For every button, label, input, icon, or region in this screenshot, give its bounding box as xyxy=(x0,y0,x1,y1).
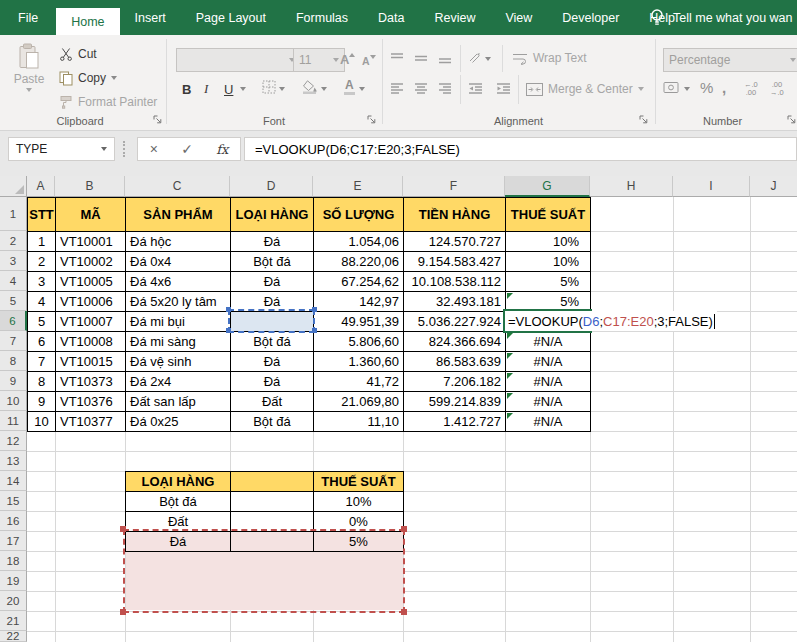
cell-E1[interactable]: SỐ LƯỢNG xyxy=(313,197,404,232)
cell-D1[interactable]: LOẠI HÀNG xyxy=(230,197,314,232)
row-header-8[interactable]: 8 xyxy=(0,351,27,371)
cell-E2[interactable]: 1.054,06 xyxy=(313,231,404,252)
cell-G1[interactable]: THUẾ SUẤT xyxy=(505,197,591,232)
column-header-D[interactable]: D xyxy=(230,176,313,197)
cell-A9[interactable]: 8 xyxy=(27,371,56,392)
cell-E8[interactable]: 1.360,60 xyxy=(313,351,404,372)
row-header-13[interactable]: 13 xyxy=(0,451,27,471)
cell-E3[interactable]: 88.220,06 xyxy=(313,251,404,272)
cell-C2[interactable]: Đá hộc xyxy=(125,231,231,252)
cell-G9[interactable]: #N/A xyxy=(505,371,591,392)
row-header-5[interactable]: 5 xyxy=(0,291,27,311)
cell-D11[interactable]: Bột đá xyxy=(230,411,314,432)
cell-B1[interactable]: MÃ xyxy=(55,197,126,232)
cell-B4[interactable]: VT10005 xyxy=(55,271,126,292)
cell-B5[interactable]: VT10006 xyxy=(55,291,126,312)
cell-G7[interactable]: #N/A xyxy=(505,331,591,352)
cell-E6[interactable]: 49.951,39 xyxy=(313,311,404,332)
cell-C15[interactable]: Bột đá xyxy=(125,491,231,512)
cell-C4[interactable]: Đá 4x6 xyxy=(125,271,231,292)
cell-A10[interactable]: 9 xyxy=(27,391,56,412)
row-header-11[interactable]: 11 xyxy=(0,411,27,431)
column-header-H[interactable]: H xyxy=(590,176,673,197)
cell-C5[interactable]: Đá 5x20 ly tâm xyxy=(125,291,231,312)
cell-A1[interactable]: STT xyxy=(27,197,56,232)
row-header-6[interactable]: 6 xyxy=(0,311,27,331)
row-header-12[interactable]: 12 xyxy=(0,431,27,451)
cell-D14[interactable] xyxy=(230,471,314,492)
row-header-21[interactable]: 21 xyxy=(0,611,27,631)
reference-handle[interactable] xyxy=(226,328,231,333)
select-all-corner[interactable] xyxy=(0,176,27,197)
in-cell-formula[interactable]: =VLOOKUP(D6;C17:E20;3;FALSE) xyxy=(507,311,717,331)
column-header-B[interactable]: B xyxy=(55,176,125,197)
cell-C10[interactable]: Đất san lấp xyxy=(125,391,231,412)
cell-C7[interactable]: Đá mi sàng xyxy=(125,331,231,352)
cell-A2[interactable]: 1 xyxy=(27,231,56,252)
cell-D9[interactable]: Đá xyxy=(230,371,314,392)
cell-F11[interactable]: 1.412.727 xyxy=(403,411,506,432)
cell-G11[interactable]: #N/A xyxy=(505,411,591,432)
cell-F1[interactable]: TIỀN HÀNG xyxy=(403,197,506,232)
cell-C3[interactable]: Đá 0x4 xyxy=(125,251,231,272)
cell-A8[interactable]: 7 xyxy=(27,351,56,372)
column-header-F[interactable]: F xyxy=(403,176,505,197)
row-header-14[interactable]: 14 xyxy=(0,471,27,491)
cell-E9[interactable]: 41,72 xyxy=(313,371,404,392)
cell-F7[interactable]: 824.366.694 xyxy=(403,331,506,352)
cell-D15[interactable] xyxy=(230,491,314,512)
cell-G3[interactable]: 10% xyxy=(505,251,591,272)
row-header-4[interactable]: 4 xyxy=(0,271,27,291)
row-header-3[interactable]: 3 xyxy=(0,251,27,271)
row-header-2[interactable]: 2 xyxy=(0,231,27,251)
cell-D10[interactable]: Đất xyxy=(230,391,314,412)
cell-D4[interactable]: Đá xyxy=(230,271,314,292)
cell-C14[interactable]: LOẠI HÀNG xyxy=(125,471,231,492)
cell-A7[interactable]: 6 xyxy=(27,331,56,352)
cell-B6[interactable]: VT10007 xyxy=(55,311,126,332)
range-handle[interactable] xyxy=(120,609,126,615)
cell-B3[interactable]: VT10002 xyxy=(55,251,126,272)
cell-E4[interactable]: 67.254,62 xyxy=(313,271,404,292)
row-header-19[interactable]: 19 xyxy=(0,571,27,591)
cell-D7[interactable]: Bột đá xyxy=(230,331,314,352)
cell-F5[interactable]: 32.493.181 xyxy=(403,291,506,312)
column-header-C[interactable]: C xyxy=(125,176,230,197)
column-header-I[interactable]: I xyxy=(673,176,750,197)
cell-C8[interactable]: Đá vệ sinh xyxy=(125,351,231,372)
cell-C11[interactable]: Đá 0x25 xyxy=(125,411,231,432)
cell-B8[interactable]: VT10015 xyxy=(55,351,126,372)
range-handle[interactable] xyxy=(401,609,407,615)
column-header-A[interactable]: A xyxy=(27,176,55,197)
cell-G4[interactable]: 5% xyxy=(505,271,591,292)
cell-E15[interactable]: 10% xyxy=(313,491,404,512)
row-header-7[interactable]: 7 xyxy=(0,331,27,351)
cell-B11[interactable]: VT10377 xyxy=(55,411,126,432)
cell-B9[interactable]: VT10373 xyxy=(55,371,126,392)
cell-G2[interactable]: 10% xyxy=(505,231,591,252)
cell-D8[interactable]: Đá xyxy=(230,351,314,372)
cell-B2[interactable]: VT10001 xyxy=(55,231,126,252)
row-header-15[interactable]: 15 xyxy=(0,491,27,511)
row-header-10[interactable]: 10 xyxy=(0,391,27,411)
cell-C6[interactable]: Đá mi bụi xyxy=(125,311,231,332)
cell-E11[interactable]: 11,10 xyxy=(313,411,404,432)
cell-F10[interactable]: 599.214.839 xyxy=(403,391,506,412)
cell-A4[interactable]: 3 xyxy=(27,271,56,292)
row-header-9[interactable]: 9 xyxy=(0,371,27,391)
cell-B10[interactable]: VT10376 xyxy=(55,391,126,412)
cell-F6[interactable]: 5.036.227.924 xyxy=(403,311,506,332)
reference-handle[interactable] xyxy=(226,307,231,312)
column-header-G[interactable]: G xyxy=(505,176,590,197)
cell-G8[interactable]: #N/A xyxy=(505,351,591,372)
cell-D3[interactable]: Bột đá xyxy=(230,251,314,272)
cell-B7[interactable]: VT10008 xyxy=(55,331,126,352)
cell-A11[interactable]: 10 xyxy=(27,411,56,432)
column-header-E[interactable]: E xyxy=(313,176,403,197)
cell-C9[interactable]: Đá 2x4 xyxy=(125,371,231,392)
cell-E7[interactable]: 5.806,60 xyxy=(313,331,404,352)
cell-F2[interactable]: 124.570.727 xyxy=(403,231,506,252)
row-header-22[interactable]: 22 xyxy=(0,631,27,642)
cell-G10[interactable]: #N/A xyxy=(505,391,591,412)
row-header-18[interactable]: 18 xyxy=(0,551,27,571)
